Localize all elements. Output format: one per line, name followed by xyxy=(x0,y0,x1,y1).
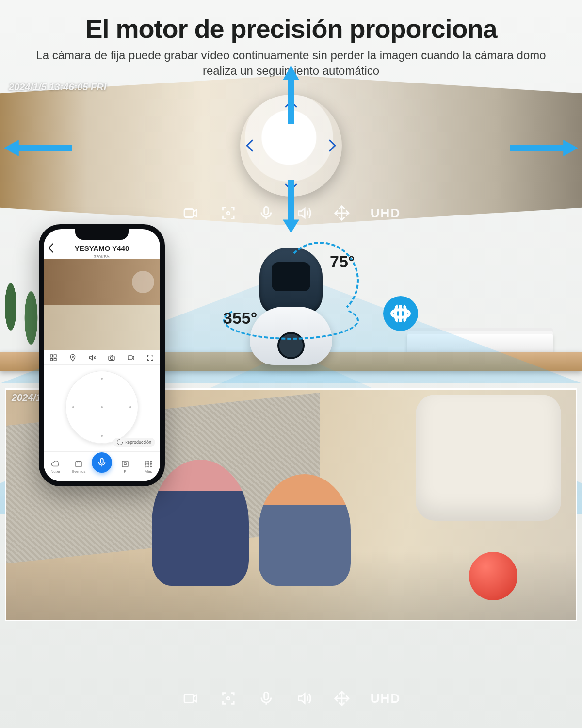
pan-angle-label: 355° xyxy=(223,309,257,328)
pin-icon[interactable] xyxy=(68,353,77,362)
svg-point-19 xyxy=(148,461,149,462)
svg-rect-10 xyxy=(54,358,56,361)
svg-point-5 xyxy=(227,697,230,700)
move-icon[interactable] xyxy=(333,689,351,708)
svg-point-24 xyxy=(146,466,146,467)
feed-ptz[interactable] xyxy=(44,259,160,305)
tab-events[interactable]: Eventos xyxy=(67,452,90,481)
chevron-right-icon xyxy=(323,139,336,151)
svg-point-13 xyxy=(110,357,113,359)
chevron-left-icon xyxy=(246,139,258,151)
move-icon[interactable] xyxy=(333,204,351,222)
record-icon[interactable] xyxy=(181,689,200,708)
svg-rect-6 xyxy=(264,692,269,700)
feed-toolbar xyxy=(44,350,160,365)
mic-icon[interactable] xyxy=(257,689,275,708)
ptz-dpad[interactable]: Reproducción xyxy=(44,365,160,451)
page-title: El motor de precisión proporciona xyxy=(19,14,563,44)
device-title: YESYAMO Y440 xyxy=(75,244,129,252)
svg-point-26 xyxy=(150,466,151,467)
svg-point-22 xyxy=(148,463,149,464)
svg-point-25 xyxy=(148,466,149,467)
svg-point-1 xyxy=(227,212,230,215)
svg-rect-17 xyxy=(122,461,128,467)
tilt-angle-label: 75° xyxy=(330,252,355,271)
osd-toolbar-bottom: UHD xyxy=(181,689,401,708)
tab-talk[interactable] xyxy=(90,452,113,481)
focus-icon[interactable] xyxy=(219,689,238,708)
svg-rect-2 xyxy=(264,207,269,215)
grid-icon[interactable] xyxy=(49,353,58,362)
svg-rect-15 xyxy=(76,462,81,467)
mic-icon[interactable] xyxy=(257,204,275,222)
svg-rect-9 xyxy=(50,358,53,361)
svg-point-23 xyxy=(150,463,151,464)
svg-rect-4 xyxy=(184,695,193,703)
bitrate-label: 320KB/s xyxy=(44,254,160,259)
svg-rect-0 xyxy=(184,209,193,217)
svg-point-21 xyxy=(146,463,146,464)
record-icon[interactable] xyxy=(181,204,200,222)
phone-mockup: YESYAMO Y440 320KB/s Reproducción xyxy=(39,224,165,486)
svg-rect-8 xyxy=(54,355,56,357)
tab-p[interactable]: P xyxy=(113,452,137,481)
tab-cloud[interactable]: Nube xyxy=(44,452,67,481)
feed-fixed[interactable] xyxy=(44,305,160,350)
playback-button[interactable]: Reproducción xyxy=(113,438,155,447)
mute-icon[interactable] xyxy=(88,353,97,362)
video-icon[interactable] xyxy=(127,353,135,362)
mini-joystick[interactable] xyxy=(132,271,154,293)
camera-icon[interactable] xyxy=(107,353,116,362)
phone-notch xyxy=(75,229,129,240)
resolution-badge[interactable]: UHD xyxy=(371,206,401,221)
tab-more[interactable]: Más xyxy=(137,452,160,481)
svg-point-11 xyxy=(72,356,74,357)
focus-icon[interactable] xyxy=(219,204,238,222)
resolution-badge[interactable]: UHD xyxy=(371,691,401,706)
speaker-icon[interactable] xyxy=(295,204,313,222)
speaker-icon[interactable] xyxy=(295,689,313,708)
svg-rect-16 xyxy=(100,458,103,463)
svg-point-20 xyxy=(150,461,151,462)
svg-rect-7 xyxy=(50,355,53,357)
svg-rect-14 xyxy=(128,356,132,360)
svg-point-18 xyxy=(146,461,146,462)
app-tabbar: Nube Eventos P Más xyxy=(44,451,160,481)
timestamp-overlay-top: 2024/1/5 13:46:05 FRI xyxy=(9,82,106,93)
fullscreen-icon[interactable] xyxy=(146,353,155,362)
back-icon[interactable] xyxy=(48,243,58,253)
rotate-icon xyxy=(383,296,418,331)
